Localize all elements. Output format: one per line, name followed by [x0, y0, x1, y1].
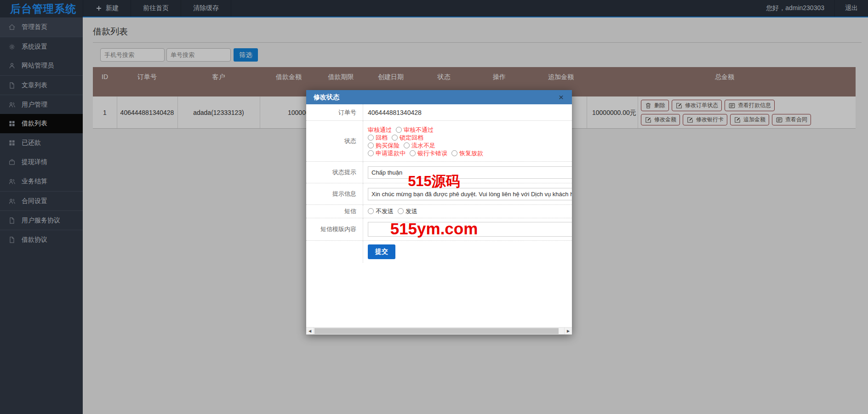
status-option-label: 审核不通过 — [404, 126, 434, 133]
status-option-line: 回档锁定回档 — [368, 134, 572, 142]
status-option-label: 锁定回档 — [400, 134, 423, 141]
radio-icon[interactable] — [410, 150, 416, 156]
message-label: 提示信息 — [306, 183, 363, 204]
status-option-银行卡错误[interactable]: 银行卡错误 — [410, 150, 447, 157]
scrollbar-thumb[interactable] — [314, 328, 559, 334]
order-number-row: 订单号 406444881340428 — [306, 104, 572, 121]
radio-icon[interactable] — [451, 150, 457, 156]
order-number-label: 订单号 — [306, 104, 363, 120]
sms-label: 短信 — [306, 205, 363, 218]
radio-icon[interactable] — [368, 135, 374, 141]
radio-icon[interactable] — [368, 150, 374, 156]
sms-option-label: 发送 — [405, 208, 417, 215]
message-input[interactable] — [368, 188, 572, 200]
status-row: 状态 审核通过审核不通过回档锁定回档购买保险流水不足申请退款中银行卡错误恢复放款 — [306, 121, 572, 162]
radio-icon[interactable] — [392, 135, 398, 141]
horizontal-scrollbar[interactable]: ◀ ▶ — [306, 327, 572, 335]
status-option-label: 申请退款中 — [376, 150, 405, 157]
close-icon[interactable]: × — [558, 93, 565, 102]
radio-icon[interactable] — [404, 142, 410, 148]
scroll-left-icon[interactable]: ◀ — [306, 328, 314, 335]
submit-row: 提交 — [306, 241, 572, 263]
sms-option-不发送[interactable]: 不发送 — [368, 207, 394, 216]
sms-option-label: 不发送 — [376, 208, 394, 215]
status-options: 审核通过审核不通过回档锁定回档购买保险流水不足申请退款中银行卡错误恢复放款 — [363, 121, 572, 161]
status-label: 状态 — [306, 121, 363, 161]
radio-icon[interactable] — [368, 208, 374, 214]
scroll-right-icon[interactable]: ▶ — [564, 328, 572, 335]
watermark-url: 515ym.com — [390, 220, 478, 238]
sms-template-label: 短信模版内容 — [306, 218, 363, 240]
modal-filler — [306, 263, 572, 327]
status-option-购买保险[interactable]: 购买保险 — [368, 142, 400, 149]
sms-option-发送[interactable]: 发送 — [398, 207, 417, 216]
status-tip-label: 状态提示 — [306, 162, 363, 183]
status-option-label: 流水不足 — [411, 142, 435, 149]
status-option-锁定回档[interactable]: 锁定回档 — [392, 134, 423, 141]
status-option-line: 购买保险流水不足 — [368, 142, 572, 149]
status-option-label: 回档 — [376, 134, 388, 141]
status-option-流水不足[interactable]: 流水不足 — [404, 142, 435, 149]
status-option-line: 审核通过审核不通过 — [368, 126, 572, 134]
status-option-line: 申请退款中银行卡错误恢复放款 — [368, 149, 572, 157]
sms-row: 短信 不发送发送 — [306, 205, 572, 218]
watermark-text: 515源码 — [408, 172, 460, 191]
status-option-label: 银行卡错误 — [417, 150, 447, 157]
sms-options: 不发送发送 — [363, 205, 572, 218]
status-option-label: 审核通过 — [368, 126, 392, 133]
radio-icon[interactable] — [396, 127, 402, 133]
status-option-审核通过[interactable]: 审核通过 — [368, 126, 392, 133]
status-option-回档[interactable]: 回档 — [368, 134, 388, 141]
status-option-label: 恢复放款 — [459, 150, 483, 157]
modal-title: 修改状态 — [314, 93, 339, 102]
modify-status-modal: 修改状态 × 订单号 406444881340428 状态 审核通过审核不通过回… — [306, 90, 572, 335]
status-option-审核不通过[interactable]: 审核不通过 — [396, 126, 434, 133]
radio-icon[interactable] — [368, 142, 374, 148]
status-option-申请退款中[interactable]: 申请退款中 — [368, 150, 405, 157]
status-tip-input[interactable] — [368, 166, 572, 179]
submit-row-label — [306, 241, 363, 263]
radio-icon[interactable] — [398, 208, 404, 214]
modal-header: 修改状态 × — [306, 90, 572, 104]
status-option-恢复放款[interactable]: 恢复放款 — [451, 150, 483, 157]
submit-button[interactable]: 提交 — [368, 244, 395, 259]
order-number-value: 406444881340428 — [363, 104, 572, 120]
status-option-label: 购买保险 — [376, 142, 400, 149]
